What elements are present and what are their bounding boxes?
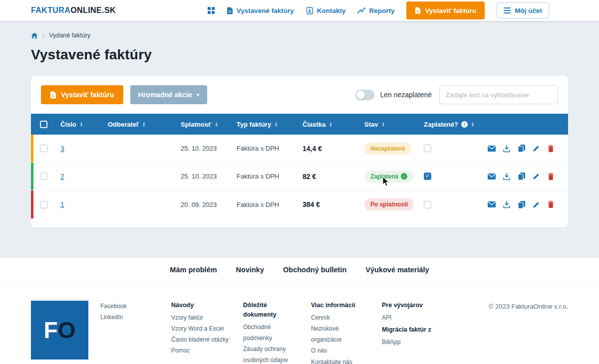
nav-new-invoice-button[interactable]: Vystaviť faktúru bbox=[406, 1, 485, 19]
trash-icon bbox=[547, 200, 555, 208]
nav-item-reports[interactable]: Reporty bbox=[357, 7, 394, 14]
sort-icon[interactable]: ▲▼ bbox=[80, 122, 83, 127]
nav-item-label: Kontakty bbox=[317, 7, 346, 14]
info-icon[interactable] bbox=[461, 121, 468, 128]
download-button[interactable] bbox=[503, 173, 511, 181]
invoice-number-link[interactable]: 2 bbox=[60, 173, 64, 181]
invoice-number-link[interactable]: 3 bbox=[60, 145, 64, 153]
amount-cell: 384 € bbox=[302, 200, 320, 208]
invoice-type-cell: Faktúra s DPH bbox=[235, 145, 300, 152]
sort-icon[interactable]: ▲▼ bbox=[381, 122, 384, 127]
row-select-checkbox[interactable] bbox=[40, 145, 47, 152]
quick-link-materials[interactable]: Výukové materiály bbox=[365, 266, 429, 274]
quick-link-news[interactable]: Novinky bbox=[236, 266, 264, 274]
footer-link[interactable]: Vzory Word a Excel bbox=[171, 323, 231, 334]
my-account-button[interactable]: Môj účet bbox=[497, 2, 549, 18]
logo-secondary: ONLINE.SK bbox=[70, 6, 116, 14]
col-header-paid: Zaplatené? bbox=[424, 121, 458, 128]
unpaid-only-toggle[interactable] bbox=[355, 90, 374, 100]
send-email-button[interactable] bbox=[488, 201, 496, 207]
footer-link[interactable]: Zásady ochrany osobných údajov bbox=[243, 344, 299, 364]
table-header-row: Číslo▲▼ Odberateľ▲▼ Splatnosť▲▼ Typ fakt… bbox=[31, 114, 568, 135]
apps-grid-icon[interactable] bbox=[208, 7, 215, 14]
paid-checkbox[interactable] bbox=[424, 173, 431, 180]
select-all-checkbox[interactable] bbox=[40, 121, 47, 128]
footer-link-facebook[interactable]: Facebook bbox=[100, 301, 159, 312]
sort-icon[interactable]: ▲▼ bbox=[275, 122, 278, 127]
row-select-checkbox[interactable] bbox=[40, 201, 47, 208]
footer-column-documents: Dôležité dokumenty Obchodné podmienky Zá… bbox=[243, 301, 299, 364]
footer-link[interactable]: BillApp bbox=[382, 337, 448, 348]
breadcrumb: › Vydané faktúry bbox=[31, 31, 568, 40]
main-content: › Vydané faktúry Vystavené faktúry Vysta… bbox=[0, 21, 599, 258]
paid-check-icon bbox=[401, 173, 407, 180]
toolbar-right: Len nezaplatené bbox=[355, 85, 558, 104]
footer-link[interactable]: Pomoc bbox=[171, 345, 231, 356]
footer-link[interactable]: API bbox=[382, 312, 448, 323]
quick-link-bulletin[interactable]: Obchodný bulletin bbox=[283, 266, 346, 274]
logo[interactable]: FAKTURAONLINE.SK bbox=[31, 6, 116, 15]
envelope-icon bbox=[488, 201, 496, 207]
footer-link[interactable]: Neziskové organizácie bbox=[311, 323, 370, 345]
send-email-button[interactable] bbox=[488, 174, 496, 180]
delete-button[interactable] bbox=[547, 145, 555, 153]
bulk-actions-button[interactable]: Hromadné akcie ▾ bbox=[130, 85, 208, 104]
footer-column-title: Návody bbox=[171, 301, 231, 310]
invoice-row: 1 20. 09. 2023 Faktúra s DPH 384 € Po sp… bbox=[31, 190, 568, 218]
paid-checkbox[interactable] bbox=[424, 145, 431, 152]
delete-button[interactable] bbox=[547, 173, 555, 181]
send-email-button[interactable] bbox=[488, 146, 496, 152]
home-icon[interactable] bbox=[31, 32, 38, 39]
footer-link[interactable]: Kontaktujte nás bbox=[311, 357, 370, 364]
sort-icon[interactable]: ▲▼ bbox=[471, 122, 474, 127]
toggle-knob bbox=[356, 91, 365, 99]
nav-item-contacts[interactable]: Kontakty bbox=[306, 7, 346, 14]
bulk-actions-label: Hromadné akcie bbox=[138, 91, 192, 99]
footer-social-column: Facebook LinkedIn bbox=[100, 301, 159, 323]
trash-icon bbox=[547, 145, 555, 153]
download-button[interactable] bbox=[503, 200, 511, 208]
edit-button[interactable] bbox=[533, 173, 540, 180]
edit-button[interactable] bbox=[533, 145, 540, 152]
status-badge: Nezaplatené bbox=[364, 143, 411, 155]
sort-icon[interactable]: ▲▼ bbox=[215, 122, 218, 127]
main-nav: Vystavené faktúry Kontakty Reporty Vysta… bbox=[208, 1, 549, 19]
row-select-checkbox[interactable] bbox=[40, 173, 47, 180]
invoice-type-cell: Faktúra s DPH bbox=[235, 173, 300, 180]
download-button[interactable] bbox=[503, 145, 511, 153]
duplicate-button[interactable] bbox=[518, 200, 526, 209]
status-label: Nezaplatené bbox=[370, 145, 405, 152]
invoice-number-link[interactable]: 1 bbox=[60, 200, 64, 208]
site-footer: FO Facebook LinkedIn Návody Vzory faktúr… bbox=[0, 282, 599, 364]
nav-cta-label: Vystaviť faktúru bbox=[425, 7, 476, 14]
duplicate-button[interactable] bbox=[518, 172, 526, 181]
footer-link[interactable]: Často kladené otázky bbox=[171, 334, 231, 345]
nav-item-issued-invoices[interactable]: Vystavené faktúry bbox=[227, 7, 294, 14]
paid-checkbox[interactable] bbox=[424, 201, 431, 208]
duplicate-icon bbox=[518, 144, 526, 153]
sort-icon[interactable]: ▲▼ bbox=[142, 122, 145, 127]
due-date-cell: 20. 09. 2023 bbox=[179, 201, 235, 208]
footer-link[interactable]: Cenník bbox=[311, 312, 370, 323]
footer-link[interactable]: Obchodné podmienky bbox=[243, 322, 299, 344]
amount-cell: 82 € bbox=[302, 173, 316, 181]
invoice-doc-icon bbox=[50, 91, 56, 99]
footer-logo[interactable]: FO bbox=[31, 301, 88, 360]
new-invoice-button[interactable]: Vystaviť faktúru bbox=[41, 85, 123, 104]
edit-button[interactable] bbox=[533, 201, 540, 208]
search-input[interactable] bbox=[439, 85, 558, 104]
footer-column-title: Viac informácií bbox=[311, 301, 370, 310]
col-header-status: Stav bbox=[364, 121, 378, 128]
delete-button[interactable] bbox=[547, 200, 555, 208]
footer-link[interactable]: Vzory faktúr bbox=[171, 312, 231, 323]
amount-cell: 14,4 € bbox=[302, 145, 322, 153]
sort-icon[interactable]: ▲▼ bbox=[329, 122, 332, 127]
quick-link-problem[interactable]: Mám problém bbox=[170, 266, 217, 274]
footer-link-linkedin[interactable]: LinkedIn bbox=[100, 312, 159, 323]
copyright: © 2023 FakturaOnline s.r.o. bbox=[489, 301, 568, 310]
footer-column-title: Dôležité dokumenty bbox=[243, 301, 299, 320]
row-accent-bar bbox=[31, 135, 33, 162]
footer-link[interactable]: O nás bbox=[311, 345, 370, 356]
duplicate-button[interactable] bbox=[518, 144, 526, 153]
duplicate-icon bbox=[518, 200, 526, 209]
